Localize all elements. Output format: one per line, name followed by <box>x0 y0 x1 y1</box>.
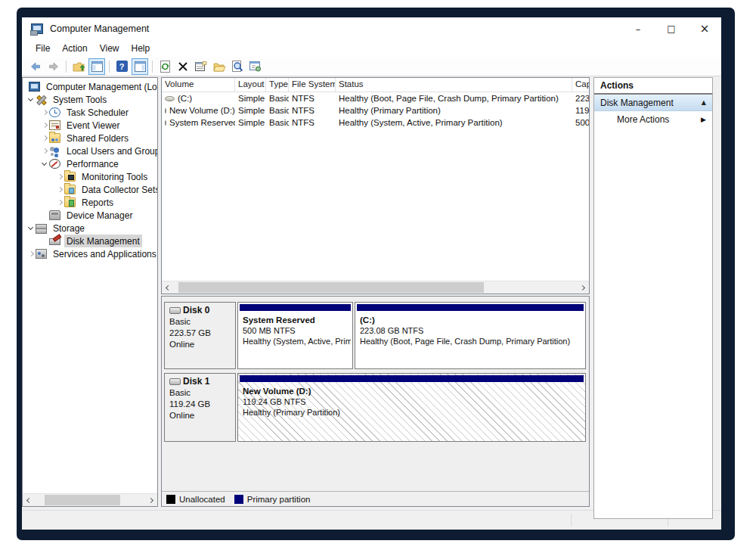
reports-icon <box>64 197 76 207</box>
chevron-collapsed-icon[interactable] <box>55 172 64 182</box>
services-applications-icon <box>36 249 47 259</box>
tree-item-disk-management[interactable]: Disk Management <box>23 235 157 247</box>
unallocated-swatch-icon <box>166 495 175 504</box>
scroll-right-icon[interactable] <box>144 494 157 506</box>
disk-0-block: Disk 0 Basic 223.57 GB Online System Res… <box>164 302 586 369</box>
volume-row-system-reserved[interactable]: System Reserved Simple Basic NTFS Health… <box>162 117 589 129</box>
partition-health: Healthy (Boot, Page File, Crash Dump, Pr… <box>360 336 582 346</box>
partition-legend: Unallocated Primary partition <box>162 491 589 506</box>
back-icon[interactable] <box>27 58 44 75</box>
tree-item-data-collector-sets[interactable]: Data Collector Sets <box>23 183 157 196</box>
scroll-left-icon[interactable] <box>162 281 175 294</box>
tree-item-monitoring-tools[interactable]: Monitoring Tools <box>23 170 157 183</box>
tree-item-shared-folders[interactable]: Shared Folders <box>23 132 157 144</box>
chevron-expanded-icon[interactable] <box>26 224 36 233</box>
disk-status: Online <box>169 410 235 421</box>
tree-item-event-viewer[interactable]: Event Viewer <box>23 119 157 132</box>
chevron-collapsed-icon[interactable] <box>40 134 49 143</box>
menu-help[interactable]: Help <box>125 41 156 56</box>
partition-new-volume-d[interactable]: New Volume (D:) 119.24 GB NTFS Healthy (… <box>237 373 586 442</box>
menu-action[interactable]: Action <box>56 41 93 56</box>
properties-icon[interactable] <box>193 58 209 75</box>
refresh-icon[interactable] <box>156 58 173 75</box>
partition-system-reserved[interactable]: System Reserved 500 MB NTFS Healthy (Sys… <box>237 302 353 369</box>
volume-type: Basic <box>266 106 289 115</box>
disk-1-info[interactable]: Disk 1 Basic 119.24 GB Online <box>164 373 236 442</box>
partition-health: Healthy (Primary Partition) <box>243 407 582 418</box>
delete-icon[interactable] <box>175 58 191 75</box>
volume-icon <box>165 96 175 101</box>
disk-0-info[interactable]: Disk 0 Basic 223.57 GB Online <box>164 302 236 369</box>
tree-item-services-and-applications[interactable]: Services and Applications <box>23 247 157 260</box>
menu-file[interactable]: File <box>29 41 56 56</box>
maximize-button[interactable]: □ <box>655 17 688 40</box>
chevron-collapsed-icon[interactable] <box>40 108 49 117</box>
tree-item-system-tools[interactable]: System Tools <box>23 93 157 106</box>
tree-item-local-users-and-groups[interactable]: Local Users and Groups <box>23 144 157 157</box>
collapse-caret-icon[interactable]: ▲ <box>702 99 706 106</box>
shared-folders-icon <box>49 133 60 143</box>
system-tools-icon <box>36 95 47 104</box>
chevron-collapsed-icon[interactable] <box>55 198 64 207</box>
close-button[interactable]: × <box>688 17 721 40</box>
tree-item-storage[interactable]: Storage <box>23 222 157 235</box>
event-viewer-icon <box>49 120 60 130</box>
column-header-status[interactable]: Status <box>336 78 572 92</box>
scroll-left-icon[interactable] <box>23 494 36 506</box>
volume-layout: Simple <box>235 94 266 103</box>
chevron-collapsed-icon[interactable] <box>40 147 49 156</box>
chevron-expanded-icon[interactable] <box>40 160 49 169</box>
minimize-button[interactable]: – <box>621 17 655 40</box>
chevron-expanded-icon[interactable] <box>26 95 36 104</box>
disk-size: 119.24 GB <box>169 399 235 410</box>
action-pane-icon[interactable] <box>132 58 148 75</box>
toolbar-separator <box>109 61 110 73</box>
partition-color-bar <box>240 304 351 311</box>
tree-item-device-manager[interactable]: Device Manager <box>23 209 157 222</box>
column-header-type[interactable]: Type <box>266 78 289 92</box>
tree-item-reports[interactable]: Reports <box>23 196 157 209</box>
console-tree-icon[interactable] <box>88 58 105 75</box>
column-header-volume[interactable]: Volume <box>162 78 235 92</box>
open-folder-icon[interactable] <box>211 58 228 75</box>
scrollbar-thumb[interactable] <box>178 282 484 293</box>
help-icon[interactable]: ? <box>113 58 130 75</box>
menu-view[interactable]: View <box>94 41 125 56</box>
monitoring-tools-icon <box>64 172 76 182</box>
column-header-file-system[interactable]: File System <box>289 78 336 92</box>
more-actions-item[interactable]: More Actions ▶ <box>594 111 712 128</box>
column-header-capacity[interactable]: Capacity <box>572 78 589 92</box>
tree-item-label: Local Users and Groups <box>67 146 157 157</box>
up-level-icon[interactable] <box>70 58 87 75</box>
chevron-collapsed-icon[interactable] <box>26 250 36 259</box>
tree-item-label: Data Collector Sets <box>82 185 157 195</box>
volume-type: Basic <box>266 118 289 127</box>
actions-panel: Actions Disk Management ▲ More Actions ▶ <box>593 77 713 519</box>
chevron-collapsed-icon[interactable] <box>40 121 49 130</box>
actions-group-disk-management[interactable]: Disk Management ▲ <box>594 95 712 111</box>
scroll-right-icon[interactable] <box>576 281 589 294</box>
device-manager-icon <box>49 210 60 220</box>
disk-management-pane: Volume Layout Type File System Status Ca… <box>161 77 590 507</box>
chevron-collapsed-icon[interactable] <box>55 185 64 194</box>
tree-horizontal-scrollbar[interactable] <box>23 493 157 506</box>
volume-row-c[interactable]: (C:) Simple Basic NTFS Healthy (Boot, Pa… <box>162 92 589 104</box>
scrollbar-thumb[interactable] <box>45 495 121 505</box>
volume-layout: Simple <box>235 106 266 115</box>
column-header-layout[interactable]: Layout <box>235 78 266 92</box>
primary-partition-swatch-icon <box>234 495 243 504</box>
tree-item-task-scheduler[interactable]: Task Scheduler <box>23 106 157 119</box>
forward-icon[interactable] <box>45 58 62 75</box>
volume-table-header: Volume Layout Type File System Status Ca… <box>162 78 589 92</box>
menu-bar: File Action View Help <box>22 40 721 57</box>
computer-management-app-icon <box>31 23 43 34</box>
partition-c[interactable]: (C:) 223.08 GB NTFS Healthy (Boot, Page … <box>355 302 586 369</box>
volume-list-horizontal-scrollbar[interactable] <box>162 281 589 294</box>
tree-item-performance[interactable]: Performance <box>23 157 157 170</box>
tree-item-computer-management[interactable]: Computer Management (Local) <box>23 80 157 93</box>
manage-icon[interactable] <box>247 58 264 75</box>
partition-title: System Reserved <box>243 315 349 325</box>
find-icon[interactable] <box>229 58 246 75</box>
disk-size: 223.57 GB <box>169 328 235 339</box>
volume-row-new-volume-d[interactable]: New Volume (D:) Simple Basic NTFS Health… <box>162 104 589 117</box>
